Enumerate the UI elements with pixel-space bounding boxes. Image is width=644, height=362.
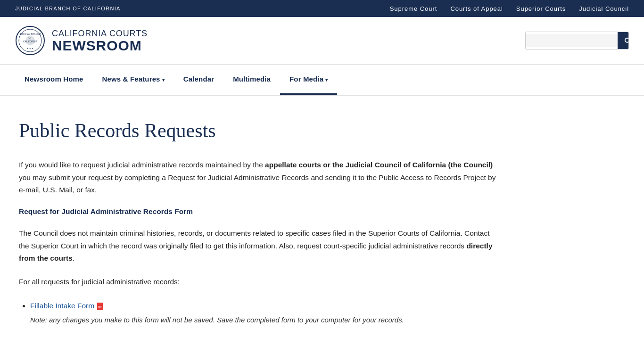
logo-text: CALIFORNIA COURTS NEWSROOM bbox=[52, 29, 148, 53]
intro-paragraph: If you would like to request judicial ad… bbox=[19, 159, 500, 196]
fillable-intake-form-link[interactable]: Fillable Intake Form bbox=[30, 302, 94, 310]
intake-list: Fillable Intake Form PDFNote: any change… bbox=[30, 300, 500, 326]
list-intro: For all requests for judicial administra… bbox=[19, 276, 500, 288]
svg-text:OF: OF bbox=[29, 36, 32, 39]
top-bar-link-superior-courts[interactable]: Superior Courts bbox=[516, 5, 566, 12]
logo-newsroom: NEWSROOM bbox=[52, 39, 148, 53]
records-form-link-para: Request for Judicial Administrative Reco… bbox=[19, 207, 500, 216]
svg-text:JUDICIAL BRANCH: JUDICIAL BRANCH bbox=[20, 33, 41, 35]
svg-text:CALIFORNIA: CALIFORNIA bbox=[23, 40, 38, 43]
top-bar-link-courts-of-appeal[interactable]: Courts of Appeal bbox=[450, 5, 503, 12]
search-area bbox=[525, 32, 629, 49]
top-bar-links: Supreme CourtCourts of AppealSuperior Co… bbox=[390, 5, 629, 12]
para2-end: . bbox=[73, 254, 74, 262]
list-item: Fillable Intake Form PDFNote: any change… bbox=[30, 300, 500, 326]
chevron-down-icon: ▾ bbox=[162, 77, 165, 82]
chevron-down-icon: ▾ bbox=[325, 77, 328, 82]
seal-icon: JUDICIAL BRANCH OF CALIFORNIA ★ ★ ★ bbox=[15, 25, 45, 56]
svg-text:★ ★ ★: ★ ★ ★ bbox=[27, 47, 33, 49]
top-bar-link-judicial-council[interactable]: Judicial Council bbox=[579, 5, 629, 12]
header: JUDICIAL BRANCH OF CALIFORNIA ★ ★ ★ CALI… bbox=[0, 17, 644, 65]
page-title: Public Records Requests bbox=[19, 119, 500, 142]
form-note: Note: any changes you make to this form … bbox=[30, 314, 500, 326]
nav-item-calendar[interactable]: Calendar bbox=[174, 65, 223, 93]
nav-item-multimedia[interactable]: Multimedia bbox=[223, 65, 280, 93]
search-input[interactable] bbox=[526, 34, 618, 47]
logo-link[interactable]: JUDICIAL BRANCH OF CALIFORNIA ★ ★ ★ CALI… bbox=[15, 25, 148, 56]
top-bar: JUDICIAL BRANCH OF CALIFORNIA Supreme Co… bbox=[0, 0, 644, 17]
nav-item-for-media[interactable]: For Media▾ bbox=[280, 65, 337, 95]
logo-california-courts: CALIFORNIA COURTS bbox=[52, 29, 148, 39]
top-bar-link-supreme-court[interactable]: Supreme Court bbox=[390, 5, 438, 12]
council-paragraph: The Council does not maintain criminal h… bbox=[19, 227, 500, 264]
top-bar-brand: JUDICIAL BRANCH OF CALIFORNIA bbox=[15, 6, 121, 11]
pdf-icon: PDF bbox=[96, 302, 104, 311]
nav-item-newsroom-home[interactable]: Newsroom Home bbox=[15, 65, 92, 93]
intro-bold-text: appellate courts or the Judicial Council… bbox=[265, 161, 493, 169]
svg-text:PDF: PDF bbox=[98, 305, 102, 308]
nav-list: Newsroom HomeNews & Features▾CalendarMul… bbox=[15, 65, 629, 95]
intro-text-before: If you would like to request judicial ad… bbox=[19, 161, 265, 169]
main-content: Public Records Requests If you would lik… bbox=[0, 96, 519, 358]
intro-text-after: you may submit your request by completin… bbox=[19, 173, 495, 194]
search-icon bbox=[623, 36, 629, 45]
nav-item-news-features[interactable]: News & Features▾ bbox=[92, 65, 173, 93]
search-button[interactable] bbox=[618, 32, 629, 49]
records-form-link[interactable]: Request for Judicial Administrative Reco… bbox=[19, 207, 193, 215]
para2-text: The Council does not maintain criminal h… bbox=[19, 229, 490, 249]
main-nav: Newsroom HomeNews & Features▾CalendarMul… bbox=[0, 65, 644, 96]
